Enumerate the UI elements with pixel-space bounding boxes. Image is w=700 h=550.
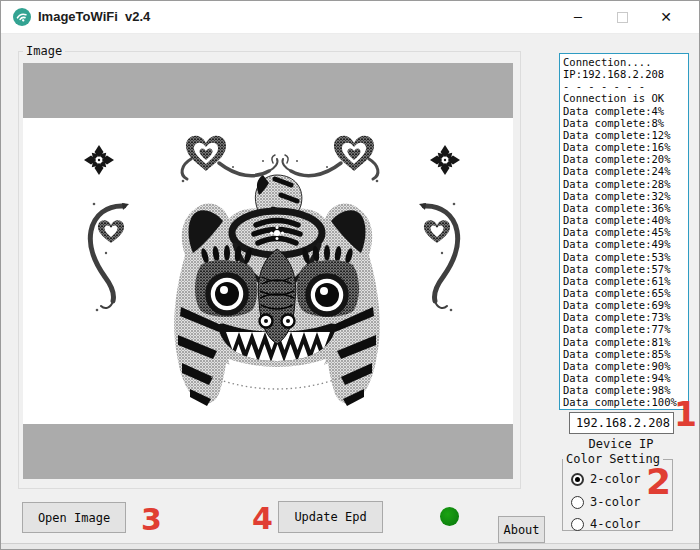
log-line: Data complete:53% bbox=[563, 251, 688, 263]
window-title: ImageToWiFi v2.4 bbox=[38, 9, 150, 24]
log-line: Data complete:16% bbox=[563, 141, 688, 153]
log-line: Data complete:45% bbox=[563, 226, 688, 238]
log-line: Data complete:65% bbox=[563, 287, 688, 299]
image-groupbox-label: Image bbox=[23, 45, 65, 57]
log-line: Connection.... bbox=[563, 56, 688, 68]
device-ip-input[interactable] bbox=[569, 412, 674, 434]
device-ip-label: Device IP bbox=[569, 437, 673, 451]
maximize-button[interactable] bbox=[600, 1, 644, 33]
log-line: Data complete:73% bbox=[563, 311, 688, 323]
log-line: Data complete:100% bbox=[563, 396, 688, 408]
radio-2-color[interactable]: 2-color bbox=[571, 472, 641, 486]
image-top-band bbox=[23, 63, 513, 118]
image-bottom-band bbox=[23, 424, 513, 479]
tiger-eye-right bbox=[308, 276, 346, 314]
annotation-4: 4 bbox=[252, 504, 273, 534]
connection-log[interactable]: Connection....IP:192.168.2.208- - - - - … bbox=[559, 53, 689, 410]
annotation-1: 1 bbox=[674, 398, 697, 431]
log-line: Data complete:57% bbox=[563, 263, 688, 275]
radio-label-4-color: 4-color bbox=[590, 517, 641, 531]
log-line: Data complete:28% bbox=[563, 178, 688, 190]
window-bottom-edge bbox=[1, 543, 699, 550]
radio-3-color[interactable]: 3-color bbox=[571, 495, 641, 509]
radio-selected-dot bbox=[575, 477, 580, 482]
radio-4-color[interactable]: 4-color bbox=[571, 517, 641, 531]
radio-label-3-color: 3-color bbox=[590, 495, 641, 509]
log-line: Data complete:8% bbox=[563, 117, 688, 129]
radio-label-2-color: 2-color bbox=[590, 472, 641, 486]
tiger-illustration bbox=[174, 175, 380, 406]
close-button[interactable]: ✕ bbox=[644, 1, 688, 33]
annotation-2: 2 bbox=[646, 464, 671, 500]
log-line: Data complete:40% bbox=[563, 214, 688, 226]
log-line: Data complete:24% bbox=[563, 165, 688, 177]
log-line: Data complete:85% bbox=[563, 348, 688, 360]
app-icon bbox=[13, 8, 31, 26]
log-line: Data complete:32% bbox=[563, 190, 688, 202]
status-indicator bbox=[440, 507, 459, 526]
log-line: Data complete:69% bbox=[563, 299, 688, 311]
titlebar: ImageToWiFi v2.4 ─ ✕ bbox=[1, 1, 699, 34]
log-line: Data complete:90% bbox=[563, 360, 688, 372]
tiger-eye-left bbox=[208, 275, 246, 313]
open-image-button[interactable]: Open Image bbox=[22, 502, 126, 533]
log-line: Data complete:61% bbox=[563, 275, 688, 287]
update-epd-button[interactable]: Update Epd bbox=[278, 501, 383, 533]
log-line: Connection is OK bbox=[563, 92, 688, 104]
log-line: Data complete:94% bbox=[563, 372, 688, 384]
log-line: Data complete:36% bbox=[563, 202, 688, 214]
radio-circle-3-color[interactable] bbox=[571, 496, 584, 509]
minimize-button[interactable]: ─ bbox=[556, 1, 600, 33]
about-button[interactable]: About bbox=[498, 516, 545, 543]
log-line: - - - - - - - bbox=[563, 80, 688, 92]
maximize-icon bbox=[617, 12, 628, 23]
log-line: Data complete:81% bbox=[563, 336, 688, 348]
log-line: Data complete:49% bbox=[563, 238, 688, 250]
image-preview bbox=[23, 63, 513, 479]
radio-circle-4-color[interactable] bbox=[571, 518, 584, 531]
log-line: Data complete:77% bbox=[563, 323, 688, 335]
log-line: Data complete:4% bbox=[563, 105, 688, 117]
radio-circle-2-color[interactable] bbox=[571, 473, 584, 486]
log-line: IP:192.168.2.208 bbox=[563, 68, 688, 80]
log-line: Data complete:98% bbox=[563, 384, 688, 396]
log-line: Data complete:12% bbox=[563, 129, 688, 141]
app-window: ImageToWiFi v2.4 ─ ✕ Image bbox=[0, 0, 700, 550]
log-line: Data complete:20% bbox=[563, 153, 688, 165]
annotation-3: 3 bbox=[141, 505, 162, 535]
